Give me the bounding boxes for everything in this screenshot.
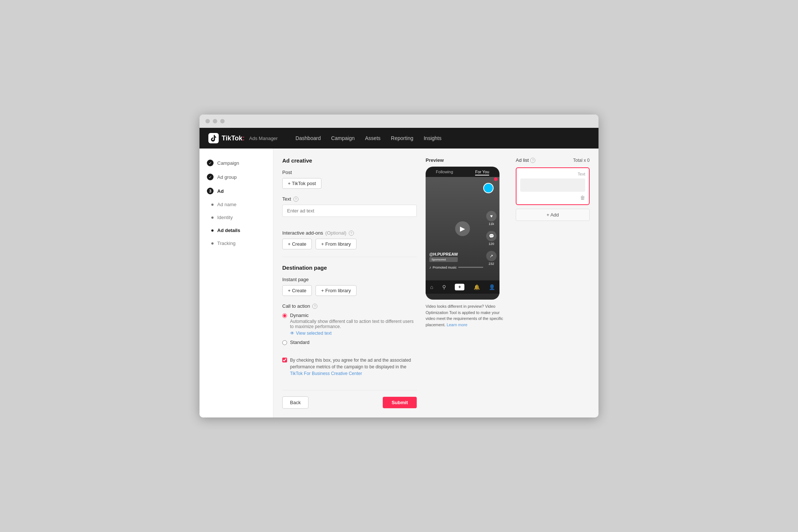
interactive-create-button[interactable]: + Create: [282, 239, 312, 249]
phone-content: ▶ ♥ 11k: [426, 177, 499, 280]
interactive-from-library-button[interactable]: + From library: [316, 239, 357, 249]
tiktok-creative-center-link[interactable]: TikTok For Business Creative Center: [290, 371, 362, 376]
text-section: Text ?: [282, 196, 417, 223]
comment-count: 120: [488, 242, 494, 246]
nav-reporting[interactable]: Reporting: [391, 134, 413, 143]
discover-nav-icon[interactable]: ⚲: [442, 284, 446, 290]
content-area: Ad creative Post + TikTok post Text ?: [273, 149, 598, 417]
like-icon: ♥: [486, 211, 497, 221]
nav-campaign[interactable]: Campaign: [331, 134, 355, 143]
ad-name-dot-icon: [211, 204, 214, 206]
add-ad-button[interactable]: + Add: [516, 209, 590, 221]
sidebar-ad-label: Ad: [217, 188, 224, 194]
ad-details-dot-icon: [211, 229, 214, 232]
sidebar-item-campaign[interactable]: ✓ Campaign: [200, 156, 273, 170]
ad-list-header: Ad list ? Total x 0: [516, 157, 590, 163]
text-help-icon[interactable]: ?: [293, 197, 299, 202]
dynamic-label: Dynamic: [290, 313, 417, 318]
follow-dot: [494, 177, 498, 181]
music-progress-bar: [458, 267, 483, 268]
ad-list-help-icon[interactable]: ?: [530, 158, 535, 163]
phone-music: ♪ Promoted music: [429, 265, 483, 269]
interactive-addons-section: Interactive add-ons (Optional) ? + Creat…: [282, 230, 417, 249]
back-button[interactable]: Back: [282, 396, 308, 409]
sidebar-ad-group-label: Ad group: [217, 174, 237, 180]
main-layout: ✓ Campaign ✓ Ad group 3 Ad Ad name Ident…: [200, 149, 598, 417]
music-note-icon: ♪: [429, 265, 431, 269]
sidebar-campaign-label: Campaign: [217, 160, 239, 166]
create-nav-button[interactable]: +: [455, 284, 464, 290]
view-selected-text-link[interactable]: 👁 View selected text: [290, 331, 417, 336]
campaign-check-icon: ✓: [207, 160, 214, 166]
cta-help-icon[interactable]: ?: [312, 304, 317, 309]
sidebar-item-tracking[interactable]: Tracking: [200, 237, 273, 250]
sidebar-item-ad-name[interactable]: Ad name: [200, 198, 273, 211]
browser-window: TikTok: Ads Manager Dashboard Campaign A…: [200, 115, 598, 417]
ad-list-title: Ad list ?: [516, 157, 535, 163]
nav-items: Dashboard Campaign Assets Reporting Insi…: [296, 134, 441, 143]
ad-card-text-label: Text: [520, 172, 585, 176]
sidebar-ad-details-label: Ad details: [217, 228, 240, 233]
dynamic-desc: Automatically show different call to act…: [290, 319, 417, 329]
sidebar-item-identity[interactable]: Identity: [200, 211, 273, 224]
interactive-help-icon[interactable]: ?: [349, 231, 354, 236]
dynamic-radio-content: Dynamic Automatically show different cal…: [290, 313, 417, 336]
eye-icon: 👁: [290, 331, 294, 336]
browser-dot-1: [205, 119, 210, 123]
ad-card-delete-icon[interactable]: 🗑: [580, 195, 585, 201]
ad-text-input[interactable]: [282, 205, 417, 217]
phone-top-bar: Following For You: [426, 167, 499, 177]
nav-insights[interactable]: Insights: [424, 134, 441, 143]
notifications-nav-icon[interactable]: 🔔: [474, 284, 480, 290]
profile-nav-icon[interactable]: 👤: [489, 284, 495, 290]
ad-number-icon: 3: [207, 188, 214, 194]
sidebar-item-ad-group[interactable]: ✓ Ad group: [200, 170, 273, 184]
tiktok-logo-icon: [208, 133, 219, 143]
sidebar-tracking-label: Tracking: [217, 241, 235, 246]
ad-card-footer: 🗑: [520, 195, 585, 201]
phone-preview: Following For You ▶: [426, 167, 499, 300]
comment-icon: 💬: [486, 231, 497, 241]
identity-dot-icon: [211, 216, 214, 219]
cta-section: Call to action ? Dynamic Automatically s…: [282, 303, 417, 345]
checkbox-text: By checking this box, you agree for the …: [290, 357, 417, 377]
interactive-buttons: + Create + From library: [282, 239, 417, 249]
following-tab[interactable]: Following: [436, 170, 453, 175]
ad-list-panel: Ad list ? Total x 0 Text 🗑 + Add: [516, 157, 590, 409]
post-label: Post: [282, 170, 417, 175]
instant-page-label: Instant page: [282, 277, 417, 282]
standard-radio-input[interactable]: [282, 340, 287, 345]
home-nav-icon[interactable]: ⌂: [430, 284, 433, 290]
share-icon: ↗: [486, 251, 497, 261]
share-action[interactable]: ↗ 232: [486, 251, 497, 266]
submit-button[interactable]: Submit: [383, 397, 417, 408]
instant-from-library-button[interactable]: + From library: [316, 285, 357, 296]
phone-username: @H.PUPREAW: [429, 252, 458, 256]
sidebar-item-ad[interactable]: 3 Ad: [200, 184, 273, 198]
for-you-tab[interactable]: For You: [475, 170, 489, 175]
video-play-icon: ▶: [455, 221, 470, 236]
phone-user-info: @H.PUPREAW Sponsored: [429, 252, 458, 262]
nav-assets[interactable]: Assets: [365, 134, 381, 143]
logo-area: TikTok: Ads Manager: [208, 133, 278, 143]
browser-chrome: [200, 115, 598, 128]
preview-panel: Preview Following For You ▶: [426, 157, 507, 409]
agreement-checkbox[interactable]: [282, 358, 287, 362]
sidebar-item-ad-details[interactable]: Ad details: [200, 224, 273, 237]
text-field-label: Text ?: [282, 196, 417, 202]
dynamic-radio-input[interactable]: [282, 313, 287, 318]
sidebar: ✓ Campaign ✓ Ad group 3 Ad Ad name Ident…: [200, 149, 273, 417]
instant-create-button[interactable]: + Create: [282, 285, 312, 296]
tiktok-post-button[interactable]: + TikTok post: [282, 178, 321, 189]
section-divider-1: [282, 257, 417, 257]
instant-page-buttons: + Create + From library: [282, 285, 417, 296]
destination-title: Destination page: [282, 265, 417, 271]
sidebar-identity-label: Identity: [217, 215, 233, 220]
ad-creative-title: Ad creative: [282, 157, 417, 164]
preview-label: Preview: [426, 157, 507, 163]
learn-more-link[interactable]: Learn more: [447, 323, 467, 327]
nav-dashboard[interactable]: Dashboard: [296, 134, 321, 143]
comment-action[interactable]: 💬 120: [486, 231, 497, 246]
like-action[interactable]: ♥ 11k: [486, 211, 497, 226]
top-nav: TikTok: Ads Manager Dashboard Campaign A…: [200, 128, 598, 149]
